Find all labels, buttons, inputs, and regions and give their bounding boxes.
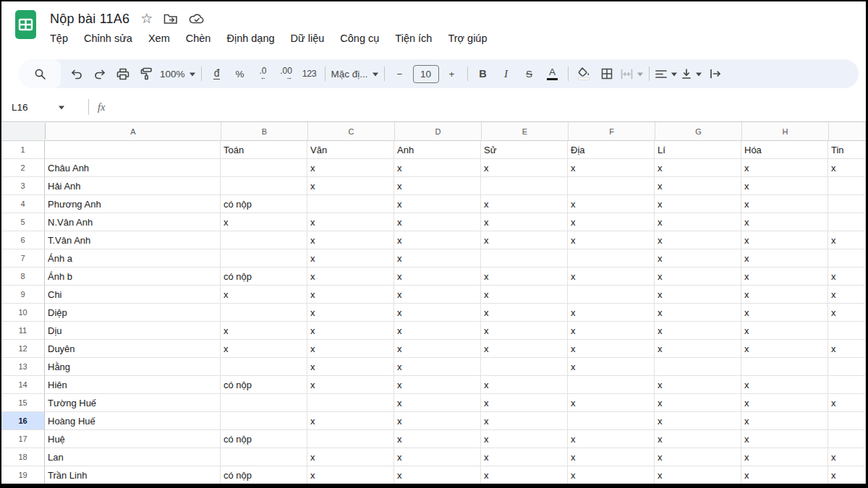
row-header-2[interactable]: 2 xyxy=(1,159,45,177)
cell[interactable]: Hằng xyxy=(45,358,221,376)
cell[interactable]: có nộp xyxy=(221,267,307,286)
menu-item-1[interactable]: Tệp xyxy=(42,30,76,46)
cell[interactable]: x xyxy=(655,304,741,322)
name-box[interactable]: L16 xyxy=(12,102,84,113)
cell[interactable]: x xyxy=(828,466,866,484)
cell[interactable]: x xyxy=(741,195,828,213)
cell[interactable]: Ánh a xyxy=(45,249,221,267)
cell[interactable]: x xyxy=(481,430,568,448)
cell[interactable]: x xyxy=(741,267,828,286)
menu-item-3[interactable]: Xem xyxy=(140,30,178,46)
cell[interactable]: x xyxy=(568,159,655,177)
row-header-5[interactable]: 5 xyxy=(1,213,45,231)
cell[interactable]: x xyxy=(481,412,568,430)
row-header-7[interactable]: 7 xyxy=(1,249,45,267)
cell[interactable]: x xyxy=(481,394,568,412)
cell[interactable]: Phương Anh xyxy=(45,195,221,213)
cell[interactable] xyxy=(45,141,221,159)
cell[interactable] xyxy=(568,177,655,195)
cell[interactable]: x xyxy=(307,340,394,358)
increase-decimal-button[interactable]: .00 → xyxy=(275,62,298,85)
cell[interactable]: x xyxy=(568,358,655,376)
row-header-6[interactable]: 6 xyxy=(1,231,45,249)
row-header-4[interactable]: 4 xyxy=(1,195,45,213)
cell[interactable]: x xyxy=(568,213,655,231)
cell[interactable]: x xyxy=(307,213,394,231)
column-header-E[interactable]: E xyxy=(482,122,569,140)
cell[interactable]: x xyxy=(307,231,394,249)
star-icon[interactable]: ☆ xyxy=(140,12,153,25)
cell[interactable]: x xyxy=(741,159,828,177)
cell[interactable]: x xyxy=(655,231,741,249)
cell[interactable]: Lí xyxy=(655,141,741,159)
cell[interactable]: x xyxy=(741,249,828,267)
cell[interactable]: Văn xyxy=(307,141,394,159)
cell[interactable]: x xyxy=(221,213,307,231)
cell[interactable]: x xyxy=(481,448,568,466)
cell[interactable] xyxy=(828,213,866,231)
cell[interactable]: x xyxy=(568,448,655,466)
cell[interactable]: x xyxy=(828,340,866,358)
cell[interactable] xyxy=(568,286,655,304)
cell[interactable]: x xyxy=(481,213,568,231)
cell[interactable]: x xyxy=(481,340,568,358)
row-header-16[interactable]: 16 xyxy=(1,412,45,430)
cell[interactable] xyxy=(221,412,307,430)
row-header-13[interactable]: 13 xyxy=(1,358,45,376)
font-size-input[interactable]: 10 xyxy=(413,65,439,83)
cell[interactable]: x xyxy=(221,286,307,304)
cell[interactable]: x xyxy=(307,322,394,340)
cell[interactable] xyxy=(828,376,866,394)
borders-button[interactable] xyxy=(595,62,618,85)
cell[interactable]: Tin xyxy=(828,141,866,159)
cell[interactable]: x xyxy=(828,267,866,286)
cell[interactable] xyxy=(307,394,394,412)
formula-input[interactable] xyxy=(105,93,866,121)
cell[interactable]: x xyxy=(655,267,741,286)
cell[interactable]: x xyxy=(568,340,655,358)
column-header-A[interactable]: A xyxy=(46,122,221,140)
cell[interactable]: x xyxy=(741,412,828,430)
italic-button[interactable]: I xyxy=(495,62,518,85)
cell[interactable]: Châu Anh xyxy=(45,159,221,177)
cell[interactable] xyxy=(828,322,866,340)
cell[interactable]: x xyxy=(655,249,741,267)
cell[interactable]: x xyxy=(394,304,481,322)
cell[interactable]: x xyxy=(307,448,394,466)
increase-font-size-button[interactable]: + xyxy=(441,62,464,85)
cell[interactable]: x xyxy=(394,249,481,267)
decrease-decimal-button[interactable]: .0 ← xyxy=(252,62,275,85)
cell[interactable]: x xyxy=(568,466,655,484)
strikethrough-button[interactable]: S xyxy=(518,62,541,85)
undo-button[interactable] xyxy=(65,62,88,85)
cell[interactable]: x xyxy=(481,322,568,340)
cell[interactable] xyxy=(307,430,394,448)
row-header-12[interactable]: 12 xyxy=(1,340,45,358)
cell[interactable]: x xyxy=(394,267,481,286)
cell[interactable]: Sử xyxy=(481,141,568,159)
cell[interactable]: x xyxy=(307,466,394,484)
sheets-logo[interactable] xyxy=(14,9,37,40)
cell[interactable]: x xyxy=(394,159,481,177)
cell[interactable] xyxy=(828,358,866,376)
cell[interactable]: x xyxy=(307,177,394,195)
column-header-last[interactable] xyxy=(829,122,866,140)
column-header-G[interactable]: G xyxy=(655,122,742,140)
print-button[interactable] xyxy=(111,62,135,85)
cell[interactable]: x xyxy=(568,267,655,286)
cell[interactable]: Địa xyxy=(568,141,655,159)
cell[interactable]: Duyên xyxy=(45,340,221,358)
cell[interactable] xyxy=(221,448,307,466)
cell[interactable]: x xyxy=(394,358,481,376)
menu-item-5[interactable]: Định dạng xyxy=(218,30,282,46)
cell[interactable]: x xyxy=(481,376,568,394)
cell[interactable]: Trần Linh xyxy=(45,466,221,484)
cell[interactable]: x xyxy=(307,286,394,304)
cell[interactable]: Hoàng Huế xyxy=(45,412,221,430)
cell[interactable]: x xyxy=(655,394,741,412)
cell[interactable]: Toán xyxy=(221,141,307,159)
cell[interactable]: x xyxy=(741,340,828,358)
cell[interactable]: x xyxy=(307,376,394,394)
text-wrap-button[interactable] xyxy=(704,62,727,85)
row-header-17[interactable]: 17 xyxy=(1,430,45,448)
